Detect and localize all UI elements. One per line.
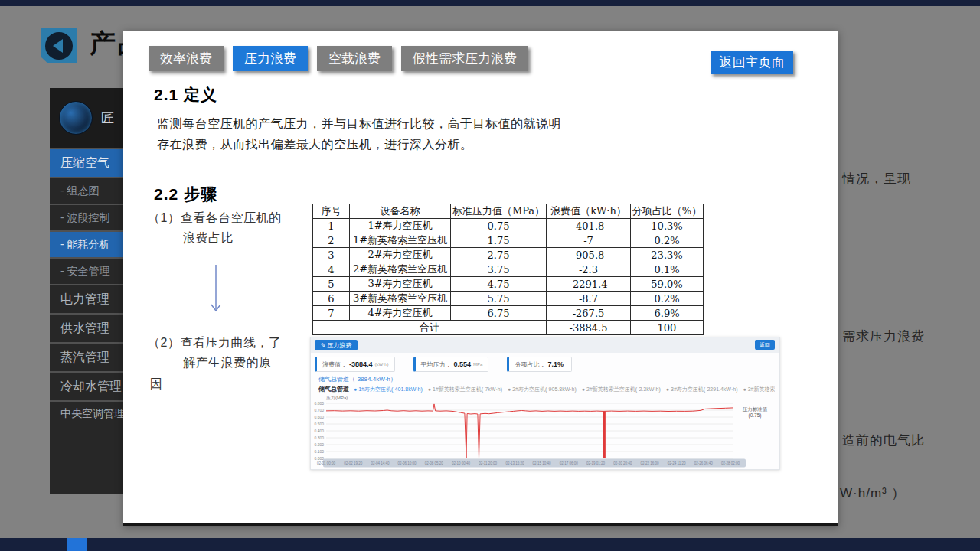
tab-空载浪费[interactable]: 空载浪费 xyxy=(317,46,392,71)
table-row: 21#新英格索兰空压机1.75-70.2% xyxy=(313,233,704,248)
legend-item: ● 2#寿力空压机(-905.8kW·h) xyxy=(508,386,577,392)
sidebar-item[interactable]: 蒸汽管理 xyxy=(50,342,123,371)
table-header-cell: 设备名称 xyxy=(350,204,451,219)
definition-body: 监测每台空压机的产气压力，并与目标值进行比较，高于目标值的就说明存在浪费，从而找… xyxy=(157,113,561,155)
pencil-icon: ✎ xyxy=(321,342,326,349)
svg-text:0.400: 0.400 xyxy=(314,429,324,433)
table-row: 63#新英格索兰空压机5.75-8.70.2% xyxy=(313,292,704,306)
sidebar-item[interactable]: - 组态图 xyxy=(50,177,123,204)
sidebar-item[interactable]: 中央空调管理 xyxy=(50,400,123,426)
svg-text:02-15 10:40: 02-15 10:40 xyxy=(533,461,552,465)
stat-box: 分项占比：7.1% xyxy=(507,357,572,372)
table-cell: 5.75 xyxy=(451,292,547,306)
svg-text:0.600: 0.600 xyxy=(314,415,324,419)
table-cell: 1#新英格索兰空压机 xyxy=(350,233,451,248)
legend-item: ● 3#寿力空压机(-2291.4kW·h) xyxy=(666,386,738,392)
tab-压力浪费[interactable]: 压力浪费 xyxy=(233,46,308,71)
svg-text:02-06 10:00: 02-06 10:00 xyxy=(398,461,417,465)
stat-boxes: 浪费值：-3884.4(kW·h)平均压力：0.554MPa分项占比：7.1% xyxy=(315,357,572,372)
legend-title: 储气总管道 xyxy=(318,386,349,393)
svg-text:(0.75): (0.75) xyxy=(749,412,762,419)
table-cell: 4.75 xyxy=(451,277,547,292)
step-2-line1: （2）查看压力曲线，了 xyxy=(148,333,281,353)
table-cell: 100 xyxy=(631,321,704,335)
svg-text:0.200: 0.200 xyxy=(314,442,324,447)
return-home-button[interactable]: 返回主页面 xyxy=(710,51,793,74)
background-text-fragment: 情况，呈现 xyxy=(842,170,911,187)
sidebar: 匠 压缩空气- 组态图- 波段控制- 能耗分析- 安全管理电力管理供水管理蒸汽管… xyxy=(50,88,123,494)
legend-item: ● 3#新英格索兰空压机(-8.7kW·h) xyxy=(743,386,775,392)
table-cell: 2#寿力空压机 xyxy=(350,248,451,262)
back-icon[interactable] xyxy=(41,28,77,63)
table-header-cell: 分项占比（%） xyxy=(631,204,704,219)
sidebar-item[interactable]: - 波段控制 xyxy=(50,204,123,230)
table-cell: 0.2% xyxy=(631,233,704,248)
table-cell: 0.1% xyxy=(631,262,704,277)
tab-效率浪费[interactable]: 效率浪费 xyxy=(149,46,224,71)
sidebar-item[interactable]: - 安全管理 xyxy=(50,257,123,284)
bottom-system-strip xyxy=(0,538,980,551)
steps-heading: 2.2 步骤 xyxy=(154,184,217,205)
step-2-line3: 因 xyxy=(150,377,162,393)
svg-text:02-02 19:20: 02-02 19:20 xyxy=(344,461,363,465)
tab-假性需求压力浪费[interactable]: 假性需求压力浪费 xyxy=(401,46,528,71)
table-header-cell: 序号 xyxy=(313,204,350,219)
svg-text:02-22 16:00: 02-22 16:00 xyxy=(640,461,659,465)
table-cell: 6.75 xyxy=(451,306,547,321)
back-arrow-icon xyxy=(53,39,63,53)
taskbar-accent xyxy=(67,538,87,551)
table-cell: -7 xyxy=(547,233,631,248)
sidebar-item[interactable]: 压缩空气 xyxy=(50,148,123,177)
table-cell: -905.8 xyxy=(547,248,631,262)
sidebar-item[interactable]: - 能耗分析 xyxy=(50,230,123,257)
svg-text:02-04 14:40: 02-04 14:40 xyxy=(371,461,390,465)
step-2-line2: 解产生浪费的原 xyxy=(148,353,281,373)
svg-text:02-26 06:40: 02-26 06:40 xyxy=(694,461,714,465)
legend-item: ● 1#寿力空压机(-401.8kW·h) xyxy=(354,386,423,392)
screenshot-return-chip: 返回 xyxy=(755,340,775,350)
svg-text:0.800: 0.800 xyxy=(314,401,324,406)
sidebar-logo-label: 匠 xyxy=(101,109,114,127)
screenshot-subtitle: 储气总管道（-3884.4kW·h） xyxy=(318,375,397,383)
table-cell: 0.75 xyxy=(451,219,547,233)
sidebar-item[interactable]: 供水管理 xyxy=(50,313,123,342)
table-cell: 6 xyxy=(313,292,350,306)
table-cell: 2.75 xyxy=(451,248,547,262)
step-2: （2）查看压力曲线，了 解产生浪费的原 xyxy=(148,333,281,373)
slide-panel: 效率浪费压力浪费空载浪费假性需求压力浪费 返回主页面 2.1 定义 监测每台空压… xyxy=(123,31,838,526)
svg-text:02-20 20:40: 02-20 20:40 xyxy=(613,461,632,465)
waste-tabs: 效率浪费压力浪费空载浪费假性需求压力浪费 xyxy=(149,46,528,71)
sidebar-item[interactable]: 冷却水管理 xyxy=(50,371,123,400)
pressure-line-chart: 压力(MPa)0.8000.7000.6000.5000.4000.3000.2… xyxy=(311,394,779,469)
svg-text:02-11 20:00: 02-11 20:00 xyxy=(479,461,497,465)
table-cell: -2291.4 xyxy=(547,277,631,292)
background-text-fragment: 需求压力浪费 xyxy=(842,328,925,345)
svg-text:02-08 05:20: 02-08 05:20 xyxy=(425,461,444,465)
embedded-screenshot: ✎ 压力浪费 返回 浪费值：-3884.4(kW·h)平均压力：0.554MPa… xyxy=(310,337,780,470)
table-row: 32#寿力空压机2.75-905.823.3% xyxy=(313,248,704,262)
table-cell: 合计 xyxy=(313,321,547,335)
svg-text:02-28 02:00: 02-28 02:00 xyxy=(721,461,740,465)
chart-legend: 储气总管道● 1#寿力空压机(-401.8kW·h)● 1#新英格索兰空压机(-… xyxy=(318,385,775,393)
definition-heading: 2.1 定义 xyxy=(154,84,217,106)
svg-text:0.300: 0.300 xyxy=(314,435,324,440)
stat-box: 浪费值：-3884.4(kW·h) xyxy=(315,357,395,372)
table-header-row: 序号设备名称标准压力值（MPa）浪费值（kW·h）分项占比（%） xyxy=(313,204,704,219)
table-cell: 3#新英格索兰空压机 xyxy=(350,292,451,306)
table-cell: 1 xyxy=(313,219,350,233)
back-circle-icon xyxy=(45,32,73,60)
svg-text:0.000: 0.000 xyxy=(314,456,324,461)
table-row: 11#寿力空压机0.75-401.810.3% xyxy=(313,219,704,233)
waste-table-wrap: 序号设备名称标准压力值（MPa）浪费值（kW·h）分项占比（%）11#寿力空压机… xyxy=(312,204,704,335)
table-cell: -267.5 xyxy=(547,306,631,321)
table-cell: 4#寿力空压机 xyxy=(350,306,451,321)
background-text-fragment: W·h/m³ ） xyxy=(840,484,905,502)
step-1-line2: 浪费占比 xyxy=(148,228,281,248)
table-cell: 2#新英格索兰空压机 xyxy=(350,262,451,277)
svg-text:02-13 15:20: 02-13 15:20 xyxy=(505,461,524,465)
svg-text:压力(MPa): 压力(MPa) xyxy=(326,395,348,400)
svg-text:02-17 06:00: 02-17 06:00 xyxy=(560,461,579,465)
step-1-line1: （1）查看各台空压机的 xyxy=(148,208,281,228)
sidebar-item[interactable]: 电力管理 xyxy=(50,284,123,313)
table-cell: 3.75 xyxy=(451,262,547,277)
